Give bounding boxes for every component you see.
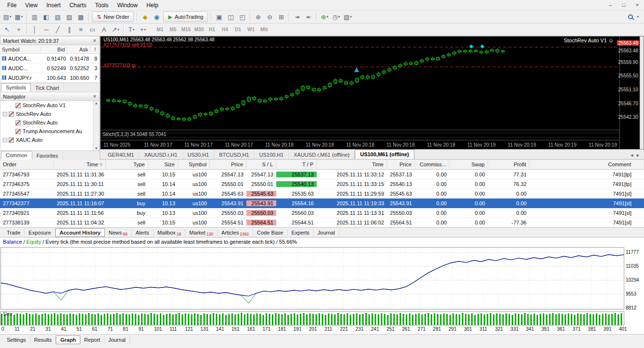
market-watch-close-icon[interactable]: ✕ [93,38,97,43]
tree-collapse-icon[interactable]: − [3,112,7,116]
orders-col-open-price[interactable]: Price [210,160,246,169]
cross-tool-button[interactable]: +▾ [138,25,148,35]
orders-col-stop-loss[interactable]: S / L [246,160,276,169]
zoom-in-button[interactable]: ⊕ [253,12,263,22]
market-watch-col-symbol[interactable]: Symbol [0,47,40,52]
orders-col-close-time[interactable]: Time [317,160,387,169]
orders-col-symbol[interactable]: Symbol [178,160,210,169]
navigator-item-xauc-auto[interactable]: −XAUC Auto [0,136,99,144]
market-watch-row[interactable]: AUDJPY.r100.643100.6507 [0,73,99,83]
navigator-button[interactable]: ▧ [52,12,63,22]
orders-col-take-profit[interactable]: T / P [276,160,317,169]
terminal-tab-articles[interactable]: Articles2392 [218,229,253,236]
arrows-button[interactable]: ↗▾ [110,25,121,35]
window-minimize-button[interactable]: – [604,1,617,10]
orders-col-profit[interactable]: Profit [488,160,529,169]
timeframe-w1-button[interactable]: W1 [245,25,258,35]
navigator-tab-favorites[interactable]: Favorites [32,152,63,160]
scroll-down-icon[interactable]: ▼ [95,147,98,150]
text-button[interactable]: A [99,25,109,35]
crosshair-button[interactable]: + [13,25,24,35]
templates-button[interactable]: ▧▾ [342,12,353,22]
market-watch-col-bid[interactable]: Bid [40,47,67,52]
timeframe-m30-button[interactable]: M30 [193,25,206,35]
terminal-tab-exposure[interactable]: Exposure [25,229,55,236]
orders-col-comment[interactable]: Comment [529,160,644,169]
menu-file[interactable]: File [3,1,21,10]
autotrading-button[interactable]: ▶AutoTrading [163,12,208,22]
market-watch-col-ask[interactable]: Ask [67,47,90,52]
fibonacci-button[interactable]: ≡ [76,25,86,35]
trendline-button[interactable]: ╱ [52,25,63,35]
tab-scroll-right-icon[interactable]: ► [636,153,640,158]
terminal-tab-experts[interactable]: Experts [288,229,314,236]
channel-button[interactable]: ∥ [64,25,75,35]
timeframe-h1-button[interactable]: H1 [206,25,219,35]
tester-tab-results[interactable]: Results [30,336,56,344]
shapes-button[interactable]: ▭ [87,25,98,35]
order-row[interactable]: 2773463752025.11.11 11:30:11sell10.14us1… [0,179,644,189]
menu-window[interactable]: Window [113,1,142,10]
grid-button[interactable]: ⊞ [276,12,286,22]
timeframe-d1-button[interactable]: D1 [232,25,245,35]
tester-tab-graph[interactable]: Graph [56,336,80,344]
menu-insert[interactable]: Insert [42,1,65,10]
data-window-button[interactable]: ◧ [41,12,52,22]
chart-tab-xauusd-r-h1[interactable]: XAUUSD.r,H1 [139,150,182,159]
tester-tab-settings[interactable]: Settings [3,336,30,344]
terminal-tab-news[interactable]: News99 [105,229,132,236]
tree-collapse-icon[interactable]: − [3,138,7,142]
terminal-tab-account-history[interactable]: Account History [55,228,105,237]
text-tool-button[interactable]: T▾ [126,25,137,35]
navigator-tab-common[interactable]: Common [1,151,32,160]
timeframe-h4-button[interactable]: H4 [219,25,232,35]
profiles-button[interactable]: ▦▾ [13,12,24,22]
chart-shift-button[interactable]: ↞ [303,12,314,22]
order-row[interactable]: 2773423772025.11.11 11:16:07buy10.13us10… [0,199,644,208]
terminal-tab-market[interactable]: Market130 [185,229,218,236]
menu-view[interactable]: View [21,1,42,10]
orders-col-size[interactable]: Size [148,160,178,169]
periods-button[interactable]: ◷▾ [331,12,341,22]
navigator-item-stochrev-auto-v1[interactable]: StochRev Auto V1 [0,101,99,110]
navigator-item-trump-announcement-au[interactable]: Trump Announcement Au [0,127,99,136]
orders-col-order-type[interactable]: Type [106,160,148,169]
order-row[interactable]: 2773409212025.11.11 11:11:56buy10.13us10… [0,208,644,218]
menu-tools[interactable]: Tools [91,1,113,10]
orders-col-swap[interactable]: Swap [450,160,488,169]
orders-col-commission[interactable]: Commiss... [415,160,450,169]
chart-vertical-scrollbar[interactable] [640,37,644,149]
terminal-tab-code-base[interactable]: Code Base [253,229,287,236]
timeframe-m15-button[interactable]: M15 [180,25,193,35]
tab-scroll-left-icon[interactable]: ◄ [630,153,634,158]
market-watch-tab-symbols[interactable]: Symbols [1,83,31,92]
strategy-tester-button[interactable]: ▩ [76,12,86,22]
timeframe-m1-button[interactable]: M1 [154,25,167,35]
menu-help[interactable]: Help [142,1,163,10]
navigator-item-stochrev-auto[interactable]: StochRev Auto [0,118,99,127]
market-watch-row[interactable]: AUDC...0.522490.522523 [0,63,99,73]
navigator-item-stochrev-auto[interactable]: −StochRev Auto [0,110,99,118]
terminal-tab-journal[interactable]: Journal [314,229,339,236]
cursor-button[interactable]: ↖ [2,25,13,35]
menu-charts[interactable]: Charts [65,1,90,10]
terminal-tab-trade[interactable]: Trade [3,229,25,236]
chart-tab-us30-h1[interactable]: US30,H1 [183,150,215,159]
timeframe-m5-button[interactable]: M5 [167,25,180,35]
vertical-line-button[interactable]: │ [29,25,40,35]
chart-tab-us100-m61-offline[interactable]: US100,M61 (offline) [355,149,414,159]
tester-tab-journal[interactable]: Journal [104,336,130,344]
zoom-out-button[interactable]: ⊖ [264,12,275,22]
orders-col-open-time[interactable]: Time▽ [54,160,106,169]
navigator-scrollbar[interactable]: ▲ ▼ [93,101,99,150]
order-row[interactable]: 2773467932025.11.11 11:31:36sell10.15us1… [0,170,644,179]
search-dropdown-arrow-icon[interactable]: ▾ [637,15,639,19]
chart-tab-us100-h1[interactable]: US100,H1 [254,150,289,159]
chart-tab-ger40-m1[interactable]: GER40,M1 [103,150,139,159]
market-watch-col-[interactable]: ! [90,47,98,52]
auto-scroll-button[interactable]: ↠ [292,12,302,22]
price-chart[interactable] [101,37,620,129]
chart-window[interactable]: US100,M61 25563.48 25563.48 25562.98 255… [100,36,644,149]
chart-tab-xauusd-r-m61-offline[interactable]: XAUUSD.r,M61 (offline) [289,150,355,159]
window-maximize-button[interactable]: □ [617,1,631,10]
